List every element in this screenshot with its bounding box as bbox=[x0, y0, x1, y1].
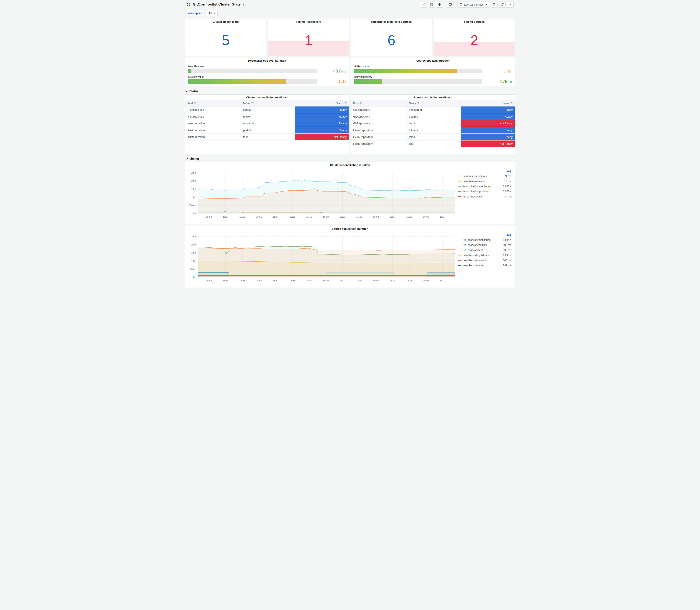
namespace-dropdown[interactable]: All bbox=[206, 10, 217, 16]
stat-value: 2 bbox=[471, 33, 478, 47]
dashboard-grid-icon[interactable] bbox=[186, 2, 191, 6]
column-header-kind[interactable]: Kind bbox=[185, 100, 241, 107]
filter-icon[interactable] bbox=[360, 102, 362, 105]
panel-cluster-reconcilers: Cluster Reconcilers 5 bbox=[185, 19, 266, 56]
legend-item[interactable]: Kustomization/test84 ms bbox=[458, 194, 511, 199]
column-header-status[interactable]: Status bbox=[461, 100, 515, 107]
svg-text:16:03: 16:03 bbox=[373, 279, 379, 282]
panel-reconciler-ops-duration: Reconciler ops avg. duration HelmRelease… bbox=[185, 58, 349, 86]
series-name: GitRepository/podinfo bbox=[462, 244, 502, 246]
legend-item[interactable]: HelmRepository/bitnami1.695 s bbox=[458, 253, 511, 258]
time-range-picker[interactable]: Last 15 minutes bbox=[457, 1, 489, 7]
column-header-name[interactable]: Name bbox=[407, 100, 461, 107]
svg-text:16:06: 16:06 bbox=[423, 279, 429, 282]
svg-text:1.5 s: 1.5 s bbox=[191, 252, 196, 254]
add-panel-button[interactable] bbox=[420, 1, 427, 7]
chevron-down-icon bbox=[509, 4, 511, 5]
legend-item[interactable]: Kustomization/monitoring1.605 s bbox=[458, 184, 511, 189]
panel-title[interactable]: Reconciler ops avg. duration bbox=[185, 58, 349, 64]
series-name: HelmRelease/contour bbox=[462, 175, 503, 178]
filter-icon[interactable] bbox=[417, 102, 420, 105]
name-cell: test2 bbox=[407, 120, 461, 127]
legend-item[interactable]: HelmRepository/minio108 ms bbox=[458, 258, 511, 263]
variable-label-namespace[interactable]: namespace bbox=[185, 10, 205, 16]
legend-item[interactable]: GitRepository/test2338 ms bbox=[458, 247, 511, 253]
status-section-toggle[interactable]: Status bbox=[183, 88, 517, 94]
bar-gauge-gitrepository: GitRepository 1.2s bbox=[354, 65, 512, 74]
clock-icon bbox=[459, 3, 462, 6]
table-row: GitRepositorymonitoringReady bbox=[351, 107, 515, 113]
filter-icon[interactable] bbox=[510, 102, 512, 105]
bar-value: 1.2s bbox=[483, 69, 512, 74]
svg-text:16:07: 16:07 bbox=[440, 279, 446, 282]
series-name: HelmRepository/minio bbox=[462, 259, 502, 262]
legend-avg-header[interactable]: avg bbox=[458, 170, 511, 174]
legend-item[interactable]: Kustomization/podinfo1.071 s bbox=[458, 189, 511, 194]
share-icon[interactable] bbox=[243, 2, 246, 6]
legend-avg-header[interactable]: avg bbox=[458, 234, 511, 237]
series-name: Kustomization/monitoring bbox=[462, 185, 502, 188]
save-dashboard-button[interactable] bbox=[428, 1, 435, 7]
legend-item[interactable]: GitRepository/podinfo980 ms bbox=[458, 242, 511, 247]
panel-title[interactable]: Source acquisition readiness bbox=[351, 95, 515, 100]
panel-failing-sources: Failing Sources 2 bbox=[434, 19, 515, 56]
series-avg-value: 289 ms bbox=[503, 264, 511, 267]
panel-title[interactable]: Source acquisition duration bbox=[185, 226, 515, 232]
series-avg-value: 980 ms bbox=[503, 244, 511, 246]
legend-item[interactable]: HelmRelease/minio16 ms bbox=[458, 179, 511, 184]
name-cell: minio bbox=[241, 113, 295, 120]
filter-icon[interactable] bbox=[194, 102, 196, 105]
bar-label: GitRepository bbox=[354, 65, 512, 68]
refresh-button[interactable] bbox=[499, 1, 506, 7]
table-row: GitRepositorypodinfoReady bbox=[351, 113, 515, 120]
svg-text:1.0 s: 1.0 s bbox=[191, 196, 196, 198]
series-color-dash bbox=[458, 176, 461, 177]
svg-text:16:01: 16:01 bbox=[340, 215, 345, 218]
filter-icon[interactable] bbox=[251, 102, 254, 105]
table-row: HelmReleaseminioReady bbox=[185, 113, 349, 120]
legend-item[interactable]: HelmRelease/contour71 ms bbox=[458, 174, 511, 179]
column-header-status[interactable]: Status bbox=[295, 100, 349, 107]
kind-cell: Kustomization bbox=[185, 127, 241, 134]
bar-gauge-kustomization: Kustomization 1.3s bbox=[188, 76, 346, 84]
timeseries-plot[interactable]: 0 s500 ms1.0 s1.5 s2.0 s2.5 s15:5315:541… bbox=[186, 168, 457, 219]
panel-title[interactable]: Cluster reconciliation readiness bbox=[185, 95, 349, 100]
legend-item[interactable]: HelmRepository/test289 ms bbox=[458, 263, 511, 268]
status-badge: Ready bbox=[461, 134, 515, 141]
tv-mode-button[interactable] bbox=[447, 1, 454, 7]
panel-title[interactable]: Kubernetes Manifests Sources bbox=[351, 19, 432, 25]
status-badge: Not Ready bbox=[295, 134, 349, 141]
gear-icon: ⚙ bbox=[438, 3, 441, 6]
zoom-out-button[interactable] bbox=[491, 1, 498, 7]
legend-item[interactable]: GitRepository/monitoring1.594 s bbox=[458, 237, 511, 242]
panel-title[interactable]: Failing Sources bbox=[434, 19, 515, 25]
column-header-kind[interactable]: Kind bbox=[351, 100, 407, 107]
chart-row-reconciliation: Cluster reconciliation duration 0 s500 m… bbox=[183, 162, 517, 224]
bar-gauge-helmrelease: HelmRelease 43.6ms bbox=[188, 65, 346, 74]
name-cell: test bbox=[241, 134, 295, 141]
timeseries-plot[interactable]: 0 s500 ms1.0 s1.5 s2.0 s2.5 s15:5315:541… bbox=[186, 232, 457, 283]
table-row: HelmRepositorybitnamiReady bbox=[351, 127, 515, 134]
panel-title[interactable]: Cluster reconciliation duration bbox=[185, 162, 515, 168]
svg-text:15:56: 15:56 bbox=[256, 215, 262, 218]
panel-title[interactable]: Failing Reconcilers bbox=[268, 19, 349, 25]
chart-legend: avgHelmRelease/contour71 msHelmRelease/m… bbox=[457, 168, 514, 219]
kind-cell: Kustomization bbox=[185, 120, 241, 127]
save-icon bbox=[430, 3, 433, 6]
filter-icon[interactable] bbox=[344, 102, 347, 105]
bar-track bbox=[188, 69, 316, 73]
settings-button[interactable]: ⚙ bbox=[436, 1, 443, 7]
panel-title[interactable]: Source ops avg. duration bbox=[351, 58, 515, 64]
column-header-name[interactable]: Name bbox=[241, 100, 295, 107]
panel-title[interactable]: Cluster Reconcilers bbox=[185, 19, 266, 25]
timing-section-toggle[interactable]: Timing bbox=[183, 156, 517, 162]
status-badge: Ready bbox=[461, 113, 515, 120]
refresh-interval-dropdown[interactable] bbox=[507, 1, 514, 7]
svg-text:15:54: 15:54 bbox=[223, 279, 229, 282]
svg-text:1.0 s: 1.0 s bbox=[191, 260, 196, 262]
panel-cluster-reconciliation-readiness: Cluster reconciliation readiness Kind Na… bbox=[185, 94, 349, 154]
svg-text:15:57: 15:57 bbox=[273, 215, 279, 218]
kind-cell: GitRepository bbox=[351, 107, 407, 113]
svg-text:15:54: 15:54 bbox=[223, 215, 229, 218]
chevron-down-icon bbox=[185, 158, 188, 160]
